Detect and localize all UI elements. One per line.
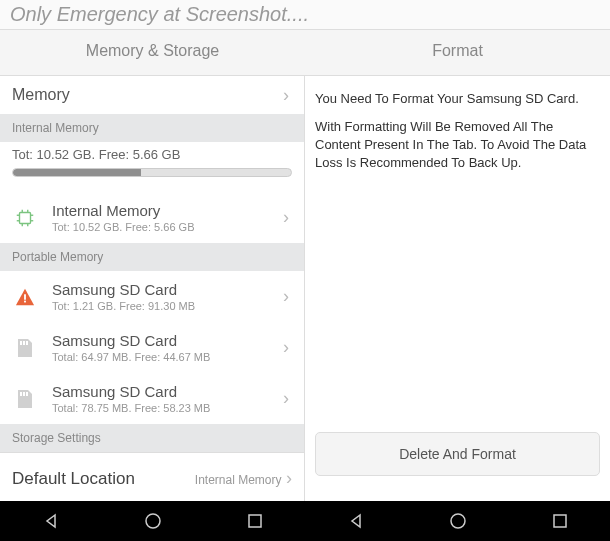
- back-icon[interactable]: [346, 511, 366, 531]
- svg-rect-11: [20, 341, 22, 345]
- back-icon[interactable]: [41, 511, 61, 531]
- status-bar: Only Emergency at Screenshot....: [0, 0, 610, 30]
- format-description: With Formatting Will Be Removed All The …: [315, 118, 600, 173]
- content: Memory › Internal Memory Tot: 10.52 GB. …: [0, 75, 610, 501]
- sd-card-item-warn[interactable]: Samsung SD Card Tot: 1.21 GB. Free: 91.3…: [0, 271, 304, 322]
- storage-progress: [12, 168, 292, 177]
- left-pane: Memory › Internal Memory Tot: 10.52 GB. …: [0, 76, 305, 501]
- chevron-right-icon: ›: [283, 207, 289, 228]
- default-location-label: Default Location: [12, 469, 135, 489]
- internal-memory-header: Internal Memory: [0, 114, 304, 142]
- chevron-right-icon: ›: [283, 286, 289, 307]
- item-title: Samsung SD Card: [52, 383, 210, 400]
- sd-card-item[interactable]: Samsung SD Card Total: 78.75 MB. Free: 5…: [0, 373, 304, 424]
- memory-row[interactable]: Memory ›: [0, 76, 304, 114]
- warning-icon: [12, 284, 38, 310]
- chip-icon: [12, 205, 38, 231]
- tab-format[interactable]: Format: [305, 30, 610, 75]
- svg-rect-9: [24, 294, 26, 299]
- svg-point-19: [451, 514, 465, 528]
- chevron-right-icon: ›: [283, 337, 289, 358]
- svg-rect-14: [20, 392, 22, 396]
- home-icon[interactable]: [448, 511, 468, 531]
- svg-rect-10: [24, 300, 26, 302]
- item-subtitle: Total: 64.97 MB. Free: 44.67 MB: [52, 351, 210, 363]
- tab-memory-storage[interactable]: Memory & Storage: [0, 30, 305, 75]
- delete-and-format-button[interactable]: Delete And Format: [315, 432, 600, 476]
- internal-memory-item[interactable]: Internal Memory Tot: 10.52 GB. Free: 5.6…: [0, 192, 304, 243]
- progress-container: [0, 164, 304, 192]
- default-location-value: Internal Memory: [195, 473, 282, 487]
- recent-icon[interactable]: [551, 512, 569, 530]
- tabs: Memory & Storage Format: [0, 30, 610, 75]
- sd-card-item[interactable]: Samsung SD Card Total: 64.97 MB. Free: 4…: [0, 322, 304, 373]
- svg-rect-13: [26, 341, 28, 345]
- item-title: Samsung SD Card: [52, 281, 195, 298]
- svg-rect-0: [20, 212, 31, 223]
- item-subtitle: Tot: 10.52 GB. Free: 5.66 GB: [52, 221, 194, 233]
- svg-point-17: [146, 514, 160, 528]
- svg-rect-20: [554, 515, 566, 527]
- nav-bar: [0, 501, 610, 541]
- portable-memory-header: Portable Memory: [0, 243, 304, 271]
- default-location-row[interactable]: Default Location Internal Memory ›: [0, 452, 304, 501]
- storage-progress-fill: [13, 169, 141, 176]
- svg-rect-12: [23, 341, 25, 345]
- sd-card-icon: [12, 335, 38, 361]
- format-heading: You Need To Format Your Samsung SD Card.: [315, 91, 600, 106]
- svg-rect-18: [249, 515, 261, 527]
- storage-total-free: Tot: 10.52 GB. Free: 5.66 GB: [0, 142, 304, 164]
- item-subtitle: Tot: 1.21 GB. Free: 91.30 MB: [52, 300, 195, 312]
- sd-card-icon: [12, 386, 38, 412]
- home-icon[interactable]: [143, 511, 163, 531]
- memory-label: Memory: [12, 86, 70, 104]
- item-subtitle: Total: 78.75 MB. Free: 58.23 MB: [52, 402, 210, 414]
- item-title: Internal Memory: [52, 202, 194, 219]
- item-title: Samsung SD Card: [52, 332, 210, 349]
- chevron-right-icon: ›: [283, 388, 289, 409]
- recent-icon[interactable]: [246, 512, 264, 530]
- right-pane: You Need To Format Your Samsung SD Card.…: [305, 76, 610, 501]
- storage-settings-header: Storage Settings: [0, 424, 304, 452]
- chevron-right-icon: ›: [286, 468, 292, 488]
- chevron-right-icon: ›: [283, 85, 289, 106]
- svg-rect-15: [23, 392, 25, 396]
- svg-rect-16: [26, 392, 28, 396]
